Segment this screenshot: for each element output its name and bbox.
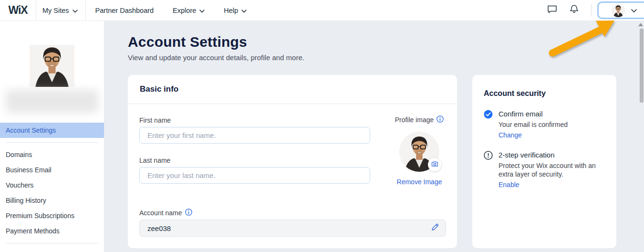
top-nav: WiX My Sites Partner Dashboard Explore H… [0,0,644,21]
security-item-confirm-email: Confirm email Your email is confirmed Ch… [484,110,605,139]
confirm-email-description: Your email is confirmed [499,120,568,129]
scroll-up-arrow[interactable] [638,23,643,26]
chevron-down-icon [631,6,637,15]
remove-image-link[interactable]: Remove Image [393,178,446,186]
sidebar-item-billing-history[interactable]: Billing History [0,193,104,208]
two-step-title: 2-step verification [499,151,600,159]
main-content: Account Settings View and update your ac… [104,21,644,252]
two-step-description: Protect your Wix account with an extra l… [499,161,600,178]
nav-partner-dashboard-label: Partner Dashboard [95,7,154,14]
basic-info-body: First name Last name Profile image [128,104,457,248]
bell-icon [570,4,579,16]
confirm-email-title: Confirm email [499,110,568,118]
chat-button[interactable] [547,5,570,16]
account-menu-button[interactable] [597,1,644,19]
last-name-label: Last name [139,157,170,164]
sidebar-menu: Account Settings Domains Business Email … [0,123,104,252]
nav-explore[interactable]: Explore [163,0,214,21]
info-icon[interactable] [436,116,444,124]
account-security-title: Account security [484,89,605,98]
security-item-2-step-verification: 2-step verification Protect your Wix acc… [484,151,605,189]
sidebar-item-account-settings[interactable]: Account Settings [0,123,104,138]
sidebar-item-vouchers[interactable]: Vouchers [0,178,104,193]
last-name-input[interactable] [139,167,370,184]
check-circle-icon [484,110,493,139]
nav-explore-label: Explore [173,7,196,14]
pencil-icon [431,223,439,233]
profile-image-section: Profile image Remove Image [393,116,446,124]
sidebar-item-api-keys[interactable]: API Keys [0,248,104,252]
account-security-card: Account security Confirm email Your emai… [472,75,616,248]
profile-image-label: Profile image [395,116,434,124]
nav-my-sites-label: My Sites [42,7,69,14]
wix-logo[interactable]: WiX [0,4,36,17]
page-title: Account Settings [128,34,247,50]
sidebar-item-premium-subscriptions[interactable]: Premium Subscriptions [0,208,104,223]
change-photo-button[interactable] [428,158,441,171]
page-subtitle: View and update your account details, pr… [128,53,304,62]
change-email-link[interactable]: Change [499,131,568,139]
avatar [30,45,74,87]
first-name-label: First name [139,116,171,124]
account-name-label-row: Account name [139,209,192,217]
notifications-button[interactable] [570,4,591,16]
menu-divider [6,243,98,243]
edit-account-name-button[interactable] [431,223,439,233]
nav-divider [591,4,592,17]
chevron-down-icon [199,7,205,14]
sidebar-item-payment-methods[interactable]: Payment Methods [0,223,104,239]
first-name-input[interactable] [139,127,370,144]
nav-my-sites[interactable]: My Sites [36,0,85,21]
enable-two-step-link[interactable]: Enable [499,181,600,189]
nav-help-label: Help [224,7,238,14]
account-sidebar: Account Settings Domains Business Email … [0,21,104,252]
blurred-account-name [6,90,98,113]
nav-help[interactable]: Help [214,0,256,21]
sidebar-item-domains[interactable]: Domains [0,147,104,162]
scrollbar-thumb[interactable] [640,29,644,103]
vertical-scrollbar[interactable] [637,21,644,252]
camera-icon [431,160,438,169]
nav-right-group [547,1,644,19]
basic-info-title: Basic info [128,75,457,104]
chat-icon [547,5,557,16]
menu-divider [6,142,98,143]
sidebar-item-business-email[interactable]: Business Email [0,162,104,178]
avatar [612,4,625,17]
chevron-down-icon [241,7,247,14]
nav-partner-dashboard[interactable]: Partner Dashboard [86,0,164,21]
account-name-field[interactable]: zee038 [139,220,446,237]
chevron-down-icon [73,7,78,14]
exclamation-circle-icon [484,151,493,189]
account-name-label: Account name [139,209,182,217]
info-icon[interactable] [185,209,192,217]
account-name-value: zee038 [147,224,431,232]
basic-info-card: Basic info First name Last name Profile … [128,75,457,248]
